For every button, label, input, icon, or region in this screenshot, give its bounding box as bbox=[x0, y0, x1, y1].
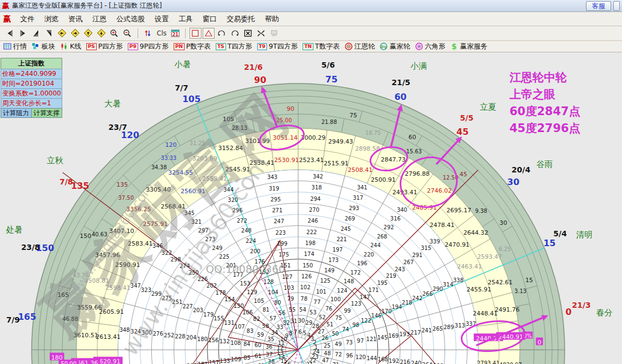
inner-wheel-number: 339 bbox=[430, 238, 440, 244]
menu-item-8[interactable]: 窗口 bbox=[198, 13, 222, 26]
menu-item-1[interactable]: 文件 bbox=[15, 13, 39, 26]
outer-degree-label: 165 bbox=[18, 312, 36, 322]
inner-wheel-number: 76 bbox=[325, 306, 333, 312]
inner-wheel-number: 248 bbox=[241, 228, 252, 234]
diamond-left-icon[interactable] bbox=[56, 28, 68, 39]
inner-wheel-number: 343 bbox=[267, 174, 277, 180]
view-tab-P四方形[interactable]: PSP四方形 bbox=[86, 42, 123, 51]
view-tab-赢家服务[interactable]: $赢家服务 bbox=[450, 42, 487, 51]
p9-badge-icon: P9 bbox=[128, 43, 138, 50]
big-circle-icon: Big bbox=[380, 43, 388, 50]
diamond-up-icon[interactable] bbox=[82, 28, 94, 39]
inner-wheel-number: 106 bbox=[242, 309, 253, 315]
inner-wheel-number: 170 bbox=[381, 308, 392, 314]
inner-wheel-number: 78 bbox=[300, 296, 307, 302]
inner-wheel-number: 24 bbox=[313, 349, 320, 355]
view-tab-9T四方形[interactable]: T99T四方形 bbox=[257, 42, 298, 51]
date-label: 21/5 bbox=[392, 78, 410, 87]
flag-up-icon[interactable] bbox=[30, 28, 42, 39]
inner-wheel-number: 244 bbox=[370, 242, 381, 248]
inner-wheel-number: 267 bbox=[404, 259, 414, 265]
view-tab-P数字表[interactable]: PNP数字表 bbox=[174, 42, 211, 51]
gann-wheel-canvas[interactable]: 1234567891011121314151617181920212223242… bbox=[0, 0, 622, 364]
inner-wheel-number: 108 bbox=[230, 340, 241, 346]
menu-item-9[interactable]: 交易委托 bbox=[222, 13, 260, 26]
inner-wheel-number: 224 bbox=[246, 238, 256, 244]
customer-service-button[interactable]: 客服 bbox=[586, 1, 611, 11]
flag-down-icon[interactable] bbox=[43, 28, 55, 39]
view-tab-江恩轮[interactable]: 江恩轮 bbox=[345, 42, 375, 51]
view-tab-9P四方形[interactable]: P99P四方形 bbox=[128, 42, 169, 51]
inner-wheel-number: 228 bbox=[175, 333, 185, 339]
shape-triangle-icon[interactable] bbox=[203, 28, 215, 39]
view-tab-label: T数字表 bbox=[315, 42, 340, 51]
price-ring-inner-value: 2530.91 bbox=[274, 157, 299, 164]
price-ring-inner-value: 2523.41 bbox=[299, 157, 324, 164]
inner-wheel-number: 178 bbox=[216, 290, 226, 296]
menu-item-7[interactable]: 工具 bbox=[174, 13, 198, 26]
date-label: 5/5 bbox=[460, 114, 473, 122]
view-tab-T四方形[interactable]: TST四方形 bbox=[216, 42, 252, 51]
outer-degree-label: 105 bbox=[182, 94, 200, 104]
view-tab-label: 六角形 bbox=[425, 42, 446, 51]
wheel-note-line-4: 45度2796点 bbox=[510, 120, 580, 137]
view-tab-行情[interactable]: 行情 bbox=[3, 42, 27, 51]
view-tab-K线[interactable]: K线 bbox=[60, 42, 81, 51]
menu-item-5[interactable]: 公式选股 bbox=[111, 13, 150, 26]
view-tab-赢家轮[interactable]: Big赢家轮 bbox=[380, 42, 410, 51]
inner-wheel-number: 323 bbox=[141, 287, 151, 293]
calc-resistance-button[interactable]: 计算阻力 bbox=[1, 108, 32, 118]
inner-wheel-number: 28 bbox=[312, 323, 319, 329]
menu-item-2[interactable]: 浏览 bbox=[39, 13, 63, 26]
inner-wheel-number: 82 bbox=[253, 316, 260, 322]
inner-wheel-number: 125 bbox=[320, 278, 330, 284]
nav-right-icon[interactable] bbox=[17, 28, 29, 39]
menu-item-6[interactable]: 设置 bbox=[150, 13, 174, 26]
toolbar-separator bbox=[138, 28, 138, 38]
target-red-icon bbox=[345, 43, 353, 50]
inner-wheel-number: 56 bbox=[279, 310, 286, 316]
calendar-icon[interactable]: 21 bbox=[169, 28, 181, 39]
inner-wheel-number: 242 bbox=[412, 295, 423, 301]
inner-wheel-number: 196 bbox=[357, 260, 368, 266]
inner-wheel-number: 192 bbox=[389, 358, 399, 364]
inner-wheel-number: 270 bbox=[309, 207, 319, 213]
outer-degree-label: 60 bbox=[394, 92, 406, 102]
zoom-out-icon[interactable] bbox=[122, 28, 134, 39]
nav-left-icon[interactable] bbox=[4, 28, 16, 39]
updown-arrows-icon[interactable] bbox=[142, 28, 154, 39]
converge-arrows-icon[interactable] bbox=[255, 28, 267, 39]
inner-wheel-number: 38 bbox=[268, 359, 275, 364]
clipped-titlebar-button[interactable] bbox=[613, 1, 620, 11]
menu-item-3[interactable]: 资讯 bbox=[63, 13, 87, 26]
inner-wheel-number: 169 bbox=[388, 333, 399, 339]
arc-ccw-icon[interactable] bbox=[216, 28, 228, 39]
inner-wheel-number: 124 bbox=[337, 288, 347, 294]
degree-ring-value: 30 bbox=[500, 219, 507, 226]
inner-wheel-number: 27 bbox=[318, 329, 325, 335]
shape-square-icon[interactable] bbox=[189, 28, 202, 39]
menu-item-10[interactable]: 帮助 bbox=[260, 13, 284, 26]
date-label: 21/3 bbox=[572, 301, 590, 309]
view-tab-板块[interactable]: 板块 bbox=[32, 42, 55, 51]
inner-wheel-number: 154 bbox=[224, 296, 235, 302]
solar-term-label: 清明 bbox=[576, 230, 593, 240]
view-tab-六角形[interactable]: 六角形 bbox=[415, 42, 446, 51]
degree-ring-value: 45 bbox=[460, 171, 467, 178]
cls-button[interactable]: Cls bbox=[155, 29, 169, 37]
view-tab-label: K线 bbox=[70, 42, 81, 51]
zoom-in-icon[interactable] bbox=[109, 28, 121, 39]
calc-support-button[interactable]: 计算支撑 bbox=[32, 108, 63, 118]
diamond-right-icon[interactable] bbox=[69, 28, 81, 39]
solar-term-label: 立秋 bbox=[47, 156, 63, 165]
price-ring-outer-value: 2491.76 bbox=[495, 306, 520, 313]
diamond-down-icon[interactable] bbox=[96, 28, 108, 39]
boxed-x-icon[interactable] bbox=[242, 28, 254, 39]
arc-cw-icon[interactable] bbox=[229, 28, 241, 39]
view-tab-T数字表[interactable]: TNT数字表 bbox=[303, 42, 340, 51]
inner-wheel-number: 105 bbox=[254, 298, 264, 304]
inner-wheel-number: 221 bbox=[336, 236, 347, 242]
menu-item-4[interactable]: 江恩 bbox=[87, 13, 111, 26]
inner-wheel-number: 71 bbox=[333, 362, 340, 364]
degree-ring-value: 135 bbox=[116, 181, 128, 188]
